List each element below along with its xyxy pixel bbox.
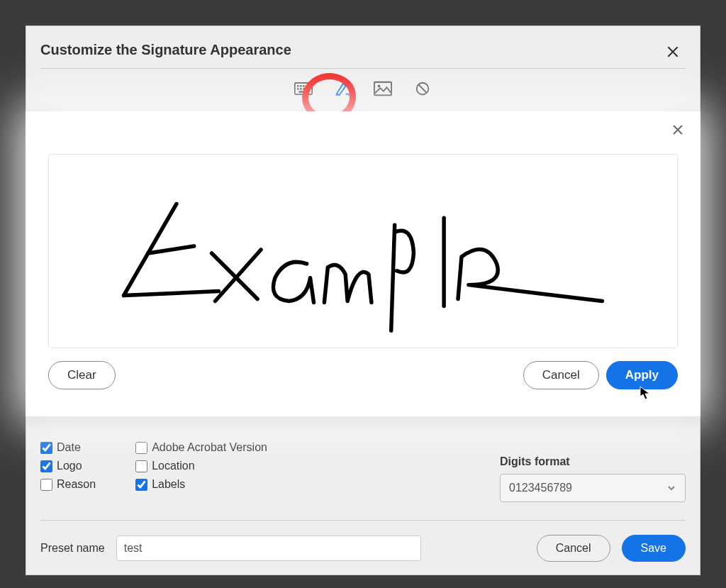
signature-mode-tabs (40, 79, 686, 99)
clear-button[interactable]: Clear (48, 361, 116, 389)
svg-rect-3 (303, 85, 304, 87)
tab-image[interactable] (371, 79, 395, 99)
keyboard-icon (294, 81, 313, 96)
checkbox-labels-input[interactable] (135, 479, 147, 491)
svg-rect-7 (300, 88, 301, 89)
svg-rect-5 (308, 85, 310, 87)
dialog-divider (40, 68, 686, 69)
checkbox-logo-label: Logo (57, 460, 82, 472)
svg-rect-11 (299, 91, 308, 92)
tab-none[interactable] (411, 79, 435, 99)
svg-rect-4 (306, 85, 307, 87)
signature-drawing (49, 155, 677, 348)
chevron-down-icon (666, 483, 676, 493)
digits-format-select[interactable]: 0123456789 (500, 474, 686, 502)
checkbox-labels[interactable]: Labels (135, 478, 267, 491)
draw-icon (334, 81, 352, 96)
svg-rect-2 (300, 85, 301, 87)
svg-rect-8 (303, 88, 304, 89)
lower-form: Date Logo Reason Adobe Acrobat Version L… (40, 441, 686, 562)
checkbox-date-input[interactable] (40, 442, 52, 454)
svg-rect-9 (306, 88, 307, 89)
dialog-save-button[interactable]: Save (622, 535, 686, 562)
digits-format-value: 0123456789 (509, 482, 572, 494)
checkbox-location[interactable]: Location (135, 460, 267, 472)
checkbox-date[interactable]: Date (40, 441, 96, 454)
draw-panel-buttons: Clear Cancel Apply (48, 361, 678, 389)
preset-row: Preset name Cancel Save (40, 520, 686, 562)
preset-name-input[interactable] (116, 536, 421, 561)
draw-panel-close-button[interactable] (669, 121, 686, 138)
none-icon (413, 81, 432, 96)
checkbox-labels-label: Labels (152, 478, 185, 491)
close-icon (671, 123, 684, 136)
dialog-title: Customize the Signature Appearance (40, 42, 686, 58)
checkbox-date-label: Date (57, 441, 81, 454)
checkbox-logo[interactable]: Logo (40, 460, 96, 472)
svg-rect-1 (297, 85, 298, 87)
close-icon (666, 45, 680, 59)
preset-name-label: Preset name (40, 542, 105, 555)
checkbox-location-label: Location (152, 460, 195, 472)
draw-signature-panel: Clear Cancel Apply (26, 111, 700, 416)
dialog-close-button[interactable] (663, 42, 683, 62)
tab-type[interactable] (291, 79, 315, 99)
checkbox-location-input[interactable] (135, 460, 147, 472)
svg-point-13 (378, 84, 381, 87)
digits-format-label: Digits format (500, 455, 686, 468)
checkbox-reason-label: Reason (57, 478, 96, 491)
right-panel: Digits format 0123456789 (500, 441, 686, 502)
draw-cancel-button[interactable]: Cancel (523, 361, 599, 389)
svg-rect-6 (297, 88, 298, 89)
svg-line-15 (419, 85, 427, 93)
apply-button[interactable]: Apply (606, 361, 678, 389)
checkbox-adobe-version[interactable]: Adobe Acrobat Version (135, 441, 267, 454)
signature-canvas[interactable] (48, 154, 678, 348)
checkbox-logo-input[interactable] (40, 460, 52, 472)
tab-draw[interactable] (331, 79, 355, 99)
dialog-cancel-button[interactable]: Cancel (537, 535, 610, 562)
svg-rect-12 (374, 82, 391, 96)
checkbox-reason[interactable]: Reason (40, 478, 96, 491)
image-icon (374, 81, 392, 96)
checkbox-reason-input[interactable] (40, 479, 52, 491)
checkbox-adobe-version-label: Adobe Acrobat Version (152, 441, 267, 454)
svg-rect-10 (308, 88, 310, 89)
checkbox-adobe-version-input[interactable] (135, 442, 147, 454)
